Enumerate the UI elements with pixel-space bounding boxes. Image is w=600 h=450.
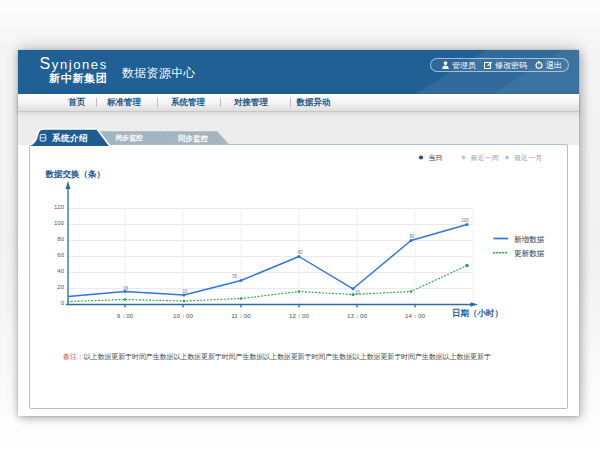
svg-text:100: 100 <box>461 218 469 223</box>
svg-text:13：00: 13：00 <box>347 312 368 319</box>
svg-text:同步监控: 同步监控 <box>115 134 142 142</box>
svg-text:18: 18 <box>123 286 129 291</box>
svg-text:14：00: 14：00 <box>405 312 426 319</box>
svg-text:80: 80 <box>57 236 64 242</box>
svg-text:最近一月: 最近一月 <box>514 154 542 162</box>
svg-text:20: 20 <box>57 284 64 290</box>
svg-text:新增数据: 新增数据 <box>514 235 545 244</box>
svg-text:9：00: 9：00 <box>117 312 134 319</box>
svg-text:更新数据: 更新数据 <box>514 249 545 258</box>
svg-text:日期（小时）: 日期（小时） <box>452 308 503 318</box>
svg-text:11：00: 11：00 <box>231 312 251 319</box>
svg-text:60: 60 <box>297 250 303 255</box>
svg-text:10: 10 <box>355 290 361 295</box>
svg-text:40: 40 <box>57 268 64 274</box>
svg-text:60: 60 <box>57 252 64 258</box>
svg-text:80: 80 <box>409 234 415 239</box>
svg-text:100: 100 <box>54 220 65 226</box>
svg-text:同步监控: 同步监控 <box>178 134 208 143</box>
svg-text:35: 35 <box>232 274 238 279</box>
svg-text:0: 0 <box>61 300 65 306</box>
svg-text:120: 120 <box>54 204 65 210</box>
svg-text:12：00: 12：00 <box>289 312 310 319</box>
svg-text:系统介绍: 系统介绍 <box>51 133 88 143</box>
svg-text:10：00: 10：00 <box>173 312 194 319</box>
svg-text:当日: 当日 <box>429 154 443 162</box>
svg-text:最近一周: 最近一周 <box>471 154 499 161</box>
svg-text:10: 10 <box>182 289 188 294</box>
svg-text:数据交换（条）: 数据交换（条） <box>45 169 106 179</box>
